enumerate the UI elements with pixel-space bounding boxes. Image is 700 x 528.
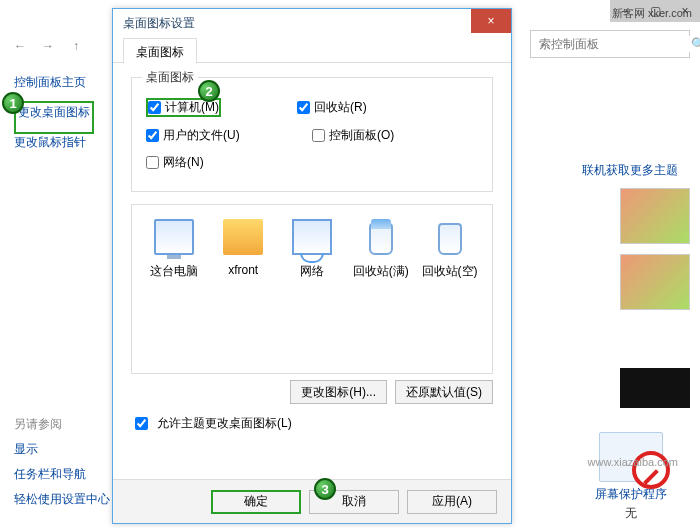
watermark-text: 新客网 xker.com (612, 6, 692, 21)
icon-bin-empty-label: 回收站(空) (419, 263, 481, 280)
theme-thumbnails (620, 188, 690, 320)
search-input[interactable] (537, 36, 691, 52)
ok-button[interactable]: 确定 (211, 490, 301, 514)
tab-strip: 桌面图标 (113, 37, 511, 63)
desktop-icons-group: 桌面图标 计算机(M) 回收站(R) 用户的文件(U) 控制面板(O) (131, 77, 493, 192)
checkbox-network-input[interactable] (146, 156, 159, 169)
checkbox-network-label: 网络(N) (163, 154, 204, 171)
icon-bin-full-label: 回收站(满) (350, 263, 412, 280)
allow-themes-checkbox[interactable]: 允许主题更改桌面图标(L) (131, 414, 493, 433)
more-themes-link[interactable]: 联机获取更多主题 (582, 162, 678, 179)
checkbox-user-files-input[interactable] (146, 129, 159, 142)
nav-back-button[interactable]: ← (10, 36, 30, 56)
search-box[interactable]: 🔍 (530, 30, 690, 58)
dialog-close-button[interactable]: × (471, 9, 511, 33)
checkbox-user-files-label: 用户的文件(U) (163, 127, 240, 144)
screensaver-status: 无 (566, 505, 696, 522)
allow-themes-input[interactable] (135, 417, 148, 430)
change-icon-button[interactable]: 更改图标(H)... (290, 380, 387, 404)
checkbox-recycle-bin[interactable]: 回收站(R) (297, 98, 463, 117)
see-also-section: 另请参阅 显示 任务栏和导航 轻松使用设置中心 (14, 416, 110, 508)
network-icon (292, 219, 332, 255)
icon-xfront[interactable]: xfront (212, 219, 274, 277)
icon-this-pc-label: 这台电脑 (143, 263, 205, 280)
checkbox-user-files[interactable]: 用户的文件(U) (146, 127, 312, 144)
folder-icon (223, 219, 263, 255)
checkbox-control-panel-label: 控制面板(O) (329, 127, 394, 144)
annotation-badge-2: 2 (198, 80, 220, 102)
dialog-body: 桌面图标 计算机(M) 回收站(R) 用户的文件(U) 控制面板(O) (113, 63, 511, 479)
recycle-bin-empty-icon (430, 219, 470, 255)
tab-desktop-icons[interactable]: 桌面图标 (123, 38, 197, 64)
dialog-titlebar[interactable]: 桌面图标设置 × (113, 9, 511, 37)
screensaver-block: 屏幕保护程序 无 (566, 432, 696, 522)
screensaver-link[interactable]: 屏幕保护程序 (566, 486, 696, 503)
group-title: 桌面图标 (142, 69, 198, 86)
see-also-ease-link[interactable]: 轻松使用设置中心 (14, 491, 110, 508)
icon-network[interactable]: 网络 (281, 219, 343, 280)
nav-forward-button[interactable]: → (38, 36, 58, 56)
nav-up-button[interactable]: ↑ (66, 36, 86, 56)
search-icon: 🔍 (691, 37, 700, 51)
checkbox-recycle-bin-input[interactable] (297, 101, 310, 114)
icon-recycle-bin-full[interactable]: 回收站(满) (350, 219, 412, 280)
see-also-display-link[interactable]: 显示 (14, 441, 110, 458)
sidebar-home-link[interactable]: 控制面板主页 (14, 74, 112, 91)
checkbox-control-panel[interactable]: 控制面板(O) (312, 127, 478, 144)
apply-button[interactable]: 应用(A) (407, 490, 497, 514)
icon-this-pc[interactable]: 这台电脑 (143, 219, 205, 280)
icon-xfront-label: xfront (212, 263, 274, 277)
checkbox-network[interactable]: 网络(N) (146, 154, 312, 171)
allow-themes-label: 允许主题更改桌面图标(L) (157, 415, 292, 432)
recycle-bin-full-icon (361, 219, 401, 255)
checkbox-recycle-bin-label: 回收站(R) (314, 99, 367, 116)
dialog-title: 桌面图标设置 (123, 15, 195, 32)
restore-default-button[interactable]: 还原默认值(S) (395, 380, 493, 404)
color-preview[interactable] (620, 368, 690, 408)
dialog-footer: 确定 取消 应用(A) (113, 479, 511, 523)
watermark-bottom: www.xiazaiba.com (588, 456, 678, 468)
sidebar-change-mouse-pointers-link[interactable]: 更改鼠标指针 (14, 134, 112, 151)
annotation-badge-3: 3 (314, 478, 336, 500)
icon-preview-grid[interactable]: 这台电脑 xfront 网络 回收站(满) 回收站(空) (131, 204, 493, 374)
annotation-badge-1: 1 (2, 92, 24, 114)
computer-icon (154, 219, 194, 255)
icon-network-label: 网络 (281, 263, 343, 280)
desktop-icon-settings-dialog: 桌面图标设置 × 桌面图标 桌面图标 计算机(M) 回收站(R) 用户的文件(U… (112, 8, 512, 524)
icon-recycle-bin-empty[interactable]: 回收站(空) (419, 219, 481, 280)
see-also-title: 另请参阅 (14, 416, 110, 433)
checkbox-control-panel-input[interactable] (312, 129, 325, 142)
checkbox-computer-input[interactable] (148, 101, 161, 114)
see-also-taskbar-link[interactable]: 任务栏和导航 (14, 466, 110, 483)
sidebar-change-desktop-icons-link[interactable]: 更改桌面图标 (18, 104, 90, 121)
theme-thumb-1[interactable] (620, 188, 690, 244)
theme-thumb-2[interactable] (620, 254, 690, 310)
